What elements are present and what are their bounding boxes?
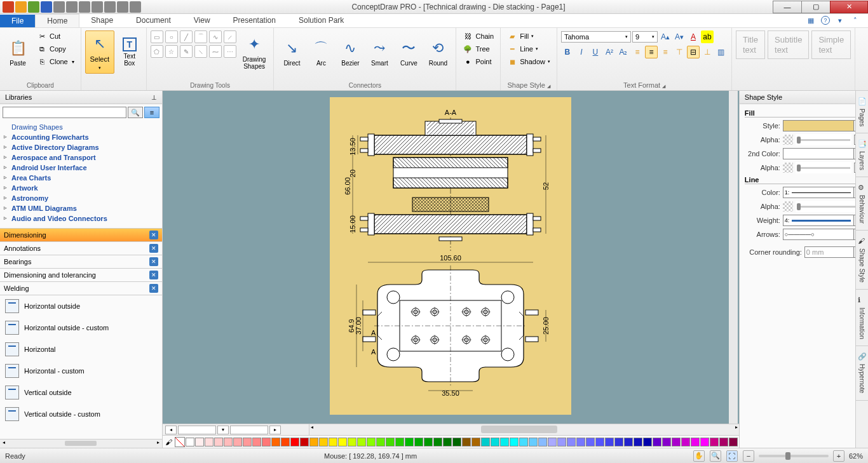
lib-category[interactable]: Audio and Video Connectors bbox=[0, 213, 162, 224]
color-swatch[interactable] bbox=[414, 438, 423, 446]
lib-category[interactable]: Accounting Flowcharts bbox=[0, 132, 162, 142]
vscroll[interactable] bbox=[729, 91, 738, 424]
color-swatch[interactable] bbox=[338, 438, 347, 446]
drawing-page[interactable]: A-A bbox=[330, 97, 571, 415]
color-swatch[interactable] bbox=[300, 438, 309, 446]
stencil-shape[interactable]: Horizontal outside - custom bbox=[0, 317, 162, 339]
close-stencil-icon[interactable]: ✕ bbox=[149, 284, 158, 293]
chain-button[interactable]: ⛓Chain bbox=[460, 30, 496, 42]
side-tab-shape-style[interactable]: 🖌Shape Style bbox=[856, 231, 868, 290]
color-swatch[interactable] bbox=[348, 438, 356, 446]
library-search-input[interactable] bbox=[3, 107, 126, 118]
lib-category[interactable]: Android User Interface bbox=[0, 163, 162, 173]
file-menu[interactable]: File bbox=[0, 15, 35, 27]
color-swatch[interactable] bbox=[205, 438, 214, 446]
stencil-shape[interactable]: Horizontal outside bbox=[0, 295, 162, 317]
side-tab-behaviour[interactable]: ⚙Behaviour bbox=[856, 177, 868, 231]
color-swatch[interactable] bbox=[614, 438, 623, 446]
color-swatch[interactable] bbox=[567, 438, 576, 446]
tool-polyline[interactable]: ⟋ bbox=[224, 30, 236, 43]
lib-category[interactable]: Active Directory Diagrams bbox=[0, 142, 162, 152]
color-swatch[interactable] bbox=[605, 438, 614, 446]
align-top-button[interactable]: ⊤ bbox=[673, 46, 686, 58]
color-swatch[interactable] bbox=[576, 438, 585, 446]
page-last-button[interactable]: ▸ bbox=[269, 426, 281, 434]
bold-button[interactable]: B bbox=[561, 46, 574, 58]
app-icon[interactable] bbox=[15, 1, 27, 13]
app-icon[interactable] bbox=[92, 1, 103, 13]
underline-button[interactable]: U bbox=[589, 46, 602, 58]
no-color-swatch[interactable] bbox=[175, 437, 185, 447]
color-swatch[interactable] bbox=[243, 438, 252, 446]
app-icon[interactable] bbox=[53, 1, 65, 13]
zoom-in-button[interactable]: + bbox=[833, 450, 844, 462]
color-swatch[interactable] bbox=[233, 438, 242, 446]
stencil-shape[interactable]: Vertical outside bbox=[0, 382, 162, 403]
fill-alpha-slider[interactable] bbox=[796, 134, 851, 145]
stencil-shape[interactable]: Vertical outside - custom bbox=[0, 403, 162, 425]
font-color-button[interactable]: A bbox=[687, 30, 700, 43]
palette-picker-icon[interactable]: 🖌 bbox=[164, 437, 174, 447]
color-swatch[interactable] bbox=[538, 438, 547, 446]
color-swatch[interactable] bbox=[529, 438, 538, 446]
menu-tab-presentation[interactable]: Presentation bbox=[222, 14, 287, 27]
app-icon[interactable] bbox=[3, 1, 14, 13]
side-tab-hypernote[interactable]: 🔗Hypernote bbox=[856, 346, 868, 400]
search-button[interactable]: 🔍 bbox=[128, 107, 143, 118]
close-stencil-icon[interactable]: ✕ bbox=[149, 257, 158, 266]
pan-button[interactable]: ✋ bbox=[693, 450, 705, 462]
app-icon[interactable] bbox=[28, 1, 39, 13]
color-swatch[interactable] bbox=[424, 438, 433, 446]
color-swatch[interactable] bbox=[624, 438, 633, 446]
close-button[interactable]: ✕ bbox=[830, 1, 868, 13]
dropdown-icon[interactable]: ▾ bbox=[835, 16, 845, 26]
left-hscroll[interactable]: ◂▸ bbox=[0, 439, 162, 448]
align-middle-button[interactable]: ⊟ bbox=[687, 46, 700, 58]
color-swatch[interactable] bbox=[491, 438, 499, 446]
color-swatch[interactable] bbox=[500, 438, 509, 446]
tool-free[interactable]: ✎ bbox=[180, 45, 193, 58]
grow-font-button[interactable]: A▴ bbox=[659, 30, 672, 43]
hscroll[interactable]: ◂▸ bbox=[309, 424, 739, 435]
subscript-button[interactable]: A₂ bbox=[617, 46, 630, 58]
color-swatch[interactable] bbox=[186, 438, 194, 446]
color-swatch[interactable] bbox=[634, 438, 642, 446]
color-swatch[interactable] bbox=[719, 438, 728, 446]
stencil-shape-list[interactable]: Horizontal outsideHorizontal outside - c… bbox=[0, 295, 162, 439]
align-left-button[interactable]: ≡ bbox=[631, 46, 644, 58]
connector-direct-button[interactable]: ↘Direct bbox=[278, 30, 306, 74]
color-swatch[interactable] bbox=[443, 438, 452, 446]
stencil-tab[interactable]: Bearings✕ bbox=[0, 255, 162, 269]
connector-smart-button[interactable]: ⤳Smart bbox=[365, 30, 393, 74]
textbox-button[interactable]: T Text Box bbox=[117, 30, 142, 74]
zoom-out-button[interactable]: − bbox=[743, 450, 754, 462]
stencil-tab[interactable]: Annotations✕ bbox=[0, 242, 162, 255]
close-stencil-icon[interactable]: ✕ bbox=[149, 271, 158, 279]
lib-category[interactable]: Astronomy bbox=[0, 193, 162, 203]
color-swatch[interactable] bbox=[691, 438, 700, 446]
color-swatch[interactable] bbox=[290, 438, 299, 446]
color-swatch[interactable] bbox=[653, 438, 661, 446]
app-icon[interactable] bbox=[41, 1, 52, 13]
menu-tab-document[interactable]: Document bbox=[125, 14, 182, 27]
line-alpha-slider[interactable] bbox=[796, 201, 863, 212]
menu-tab-view[interactable]: View bbox=[182, 14, 222, 27]
zoom-button[interactable]: 🔍 bbox=[710, 450, 721, 462]
tool-line[interactable]: ╱ bbox=[180, 30, 193, 43]
select-button[interactable]: ↖ Select▾ bbox=[85, 30, 114, 74]
arrows-select[interactable]: ○————○▼ bbox=[783, 229, 863, 240]
app-icon[interactable] bbox=[66, 1, 78, 13]
shrink-font-button[interactable]: A▾ bbox=[673, 30, 686, 43]
text-style-preset[interactable]: Subtitletext bbox=[768, 30, 809, 59]
font-size-select[interactable]: 9▾ bbox=[632, 31, 658, 43]
zoom-slider[interactable] bbox=[759, 455, 829, 457]
color-swatch[interactable] bbox=[376, 438, 385, 446]
color-swatch[interactable] bbox=[729, 438, 738, 446]
fill-style-select[interactable]: ▼ bbox=[783, 120, 863, 131]
stencil-tab[interactable]: Welding✕ bbox=[0, 282, 162, 295]
connector-bezier-button[interactable]: ∿Bezier bbox=[336, 30, 364, 74]
tree-button[interactable]: 🌳Tree bbox=[460, 43, 496, 55]
collapse-ribbon-icon[interactable]: ˄ bbox=[850, 16, 860, 26]
app-icon[interactable] bbox=[117, 1, 128, 13]
connector-arc-button[interactable]: ⌒Arc bbox=[307, 30, 335, 74]
